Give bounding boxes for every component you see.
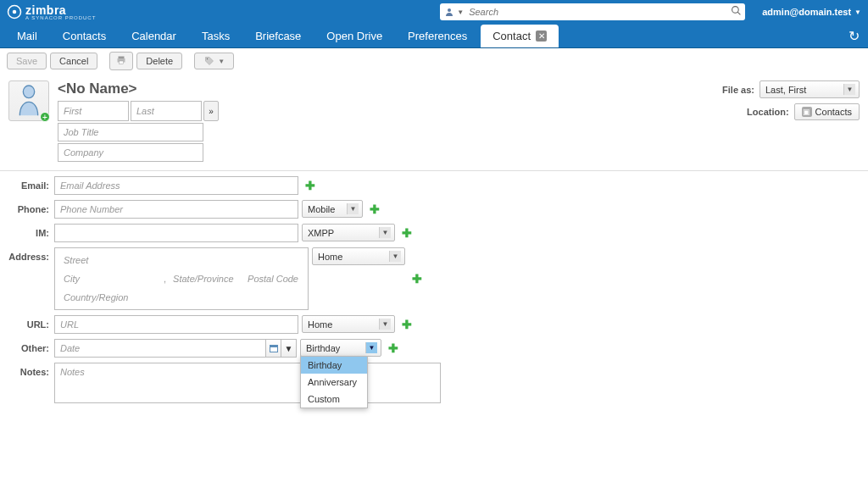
email-label: Email: — [0, 176, 49, 191]
im-type-value: XMPP — [308, 228, 334, 238]
contact-header: + <No Name> » File as: Last, First ▼ Loc… — [0, 74, 868, 170]
date-input[interactable] — [54, 339, 266, 358]
logo-icon — [7, 4, 22, 19]
phone-label: Phone: — [0, 200, 49, 214]
cancel-button[interactable]: Cancel — [50, 53, 97, 69]
other-option-anniversary[interactable]: Anniversary — [301, 374, 367, 391]
add-url-icon[interactable]: ✚ — [402, 318, 412, 331]
address-label: Address: — [0, 247, 49, 262]
refresh-icon[interactable]: ↻ — [849, 28, 860, 44]
tab-mail[interactable]: Mail — [5, 25, 49, 47]
tab-preferences[interactable]: Preferences — [396, 25, 479, 47]
contact-form: Email: ✚ Phone: Mobile ▼ ✚ IM: XMPP ▼ ✚ — [0, 171, 868, 403]
address-block: , — [54, 247, 309, 310]
postal-input[interactable] — [248, 274, 307, 284]
last-name-input[interactable] — [131, 101, 202, 121]
url-type-dropdown[interactable]: Home ▼ — [302, 315, 395, 333]
svg-point-8 — [207, 58, 209, 60]
contact-title: <No Name> — [58, 80, 714, 97]
caret-down-icon: ▼ — [379, 227, 391, 238]
street-input[interactable] — [64, 255, 299, 265]
other-type-popup: Birthday Anniversary Custom — [300, 356, 368, 408]
location-button[interactable]: ▣ Contacts — [794, 103, 860, 120]
tab-calendar[interactable]: Calendar — [120, 25, 188, 47]
expand-name-button[interactable]: » — [203, 101, 219, 121]
print-button[interactable] — [109, 52, 133, 70]
tab-tasks[interactable]: Tasks — [190, 25, 242, 47]
add-photo-icon[interactable]: + — [40, 112, 50, 122]
country-input[interactable] — [64, 292, 299, 302]
date-picker: ▼ — [54, 339, 297, 358]
caret-down-icon: ▼ — [854, 8, 861, 16]
notes-input[interactable] — [54, 363, 441, 403]
delete-button[interactable]: Delete — [136, 53, 182, 69]
account-label: admin@domain.test — [762, 7, 851, 17]
save-button[interactable]: Save — [7, 53, 47, 69]
caret-down-icon: ▼ — [389, 251, 401, 262]
logo-subtext: A SYNACOR PRODUCT — [25, 15, 96, 20]
app-header: zimbra A SYNACOR PRODUCT ▼ admin@domain.… — [0, 0, 868, 24]
add-phone-icon[interactable]: ✚ — [370, 202, 380, 216]
im-input[interactable] — [54, 224, 298, 242]
add-address-icon[interactable]: ✚ — [412, 272, 422, 286]
search-scope-icon[interactable] — [443, 6, 455, 18]
city-input[interactable] — [64, 274, 157, 284]
close-tab-icon[interactable]: ✕ — [536, 30, 547, 42]
svg-line-4 — [737, 12, 740, 14]
tag-icon — [203, 56, 215, 66]
caret-down-icon: ▼ — [218, 58, 225, 65]
url-type-value: Home — [308, 319, 332, 330]
person-icon — [14, 84, 43, 118]
fileas-value: Last, First — [765, 85, 806, 95]
calendar-icon[interactable] — [266, 339, 281, 358]
phone-type-dropdown[interactable]: Mobile ▼ — [302, 200, 363, 218]
print-icon — [115, 55, 127, 65]
other-type-value: Birthday — [306, 343, 340, 353]
avatar[interactable]: + — [8, 80, 49, 121]
date-dropdown-caret[interactable]: ▼ — [281, 339, 297, 358]
svg-point-1 — [13, 10, 17, 14]
search-input[interactable] — [465, 7, 731, 17]
caret-down-icon: ▼ — [843, 84, 855, 95]
first-name-input[interactable] — [58, 101, 129, 121]
address-type-dropdown[interactable]: Home ▼ — [312, 247, 405, 265]
account-menu[interactable]: admin@domain.test ▼ — [762, 7, 861, 17]
svg-point-9 — [23, 86, 34, 98]
location-label: Location: — [747, 107, 789, 117]
caret-down-icon: ▼ — [379, 319, 391, 330]
address-type-value: Home — [318, 252, 342, 262]
other-option-custom[interactable]: Custom — [301, 391, 367, 408]
comma: , — [164, 274, 166, 284]
location-value: Contacts — [815, 107, 852, 117]
tab-contacts[interactable]: Contacts — [51, 25, 118, 47]
search-scope-caret[interactable]: ▼ — [457, 8, 464, 16]
logo[interactable]: zimbra A SYNACOR PRODUCT — [7, 3, 96, 20]
tab-contact-editor[interactable]: Contact ✕ — [481, 25, 559, 47]
notes-label: Notes: — [0, 363, 49, 377]
url-input[interactable] — [54, 315, 298, 334]
add-im-icon[interactable]: ✚ — [402, 226, 412, 240]
search-box[interactable]: ▼ — [440, 3, 745, 20]
svg-rect-11 — [270, 346, 277, 348]
company-input[interactable] — [58, 143, 203, 162]
url-label: URL: — [0, 315, 49, 330]
job-title-input[interactable] — [58, 123, 203, 141]
tag-button[interactable]: ▼ — [194, 53, 234, 69]
add-other-icon[interactable]: ✚ — [388, 341, 398, 355]
svg-rect-5 — [119, 57, 125, 59]
svg-point-2 — [448, 8, 451, 12]
add-email-icon[interactable]: ✚ — [305, 179, 315, 192]
tab-briefcase[interactable]: Briefcase — [243, 25, 313, 47]
nav-tabs: Mail Contacts Calendar Tasks Briefcase O… — [0, 24, 868, 48]
other-label: Other: — [0, 339, 49, 353]
search-icon[interactable] — [731, 5, 742, 19]
im-type-dropdown[interactable]: XMPP ▼ — [302, 224, 395, 241]
phone-type-value: Mobile — [308, 204, 335, 214]
state-input[interactable] — [173, 274, 241, 284]
fileas-dropdown[interactable]: Last, First ▼ — [760, 80, 860, 98]
tab-open-drive[interactable]: Open Drive — [314, 25, 394, 47]
email-input[interactable] — [54, 176, 298, 195]
phone-input[interactable] — [54, 200, 298, 219]
other-option-birthday[interactable]: Birthday — [301, 357, 367, 374]
other-type-dropdown[interactable]: Birthday ▼ Birthday Anniversary Custom — [300, 339, 381, 357]
